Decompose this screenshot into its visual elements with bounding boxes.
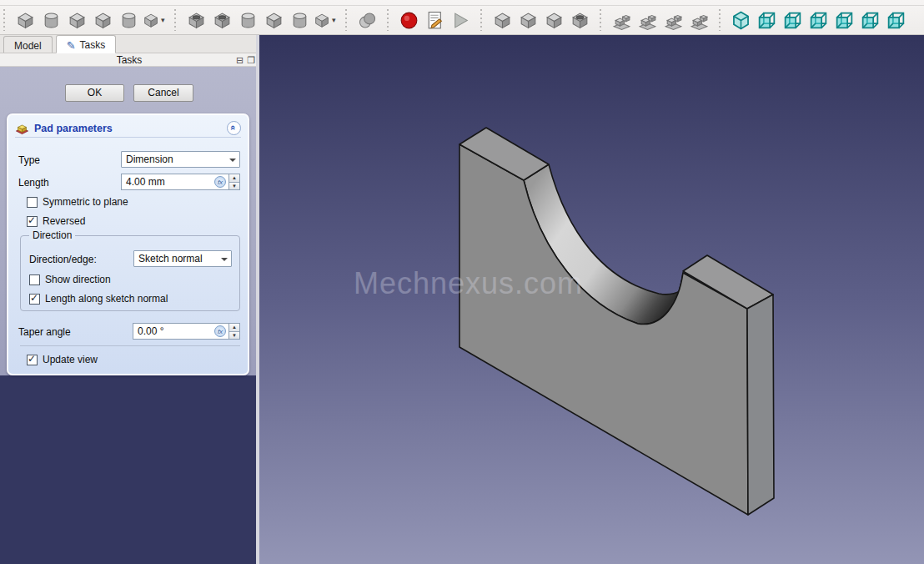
pocket-button[interactable]	[183, 8, 209, 33]
chamfer-icon	[518, 10, 539, 31]
subtractive-pipe-icon	[264, 10, 284, 31]
view-right-icon	[808, 10, 829, 31]
boolean-common-button[interactable]	[660, 8, 686, 33]
toolbar-separator	[598, 9, 604, 31]
boolean-operation-button[interactable]	[354, 8, 380, 33]
dock-icon[interactable]: ⊟	[236, 55, 244, 66]
view-top-button[interactable]	[780, 8, 806, 33]
boolean-union-button[interactable]	[609, 8, 635, 33]
checkbox-box[interactable]	[27, 216, 38, 227]
boolean-common-icon	[663, 10, 684, 31]
view-right-button[interactable]	[806, 8, 831, 33]
additive-pipe-button[interactable]	[90, 8, 116, 33]
panel-tabbar: Model ✎ Tasks	[0, 35, 259, 53]
tab-tasks[interactable]: ✎ Tasks	[56, 35, 117, 53]
taper-angle-spinbox[interactable]: 0.00 ° fx ▲▼	[133, 323, 240, 340]
view-bottom-button[interactable]	[857, 8, 883, 33]
length-spin-buttons[interactable]: ▲▼	[228, 174, 240, 190]
checkbox-box[interactable]	[27, 355, 38, 365]
taper-spin-buttons[interactable]: ▲▼	[228, 323, 240, 340]
chevron-down-icon: ▾	[332, 16, 339, 24]
additive-primitives-button[interactable]: ▾	[142, 8, 168, 33]
subtractive-helix-button[interactable]	[287, 8, 313, 33]
additive-pipe-icon	[93, 10, 113, 31]
direction-edge-combobox[interactable]: Sketch normal	[133, 250, 232, 267]
part-right-face[interactable]	[747, 295, 774, 515]
thickness-icon	[570, 10, 590, 31]
length-along-checkbox[interactable]: Length along sketch normal	[29, 293, 168, 305]
boolean-cut-button[interactable]	[635, 8, 660, 33]
view-rear-icon	[834, 10, 855, 31]
subtractive-helix-icon	[289, 10, 310, 31]
separator	[20, 345, 240, 346]
spin-down-icon[interactable]: ▼	[229, 332, 239, 340]
cancel-button[interactable]: Cancel	[133, 84, 193, 102]
tasks-panel-header: Tasks ⊟ ❐	[0, 53, 259, 67]
view-rear-button[interactable]	[831, 8, 857, 33]
tasks-panel-content: OK Cancel Pad parameters « Type Dimensio…	[0, 67, 259, 564]
spin-up-icon[interactable]: ▲	[229, 174, 239, 183]
revolution-button[interactable]	[38, 8, 64, 33]
thickness-button[interactable]	[567, 8, 593, 33]
hole-button[interactable]	[209, 8, 235, 33]
toolbar-handle[interactable]	[2, 9, 8, 31]
checkbox-box[interactable]	[29, 274, 40, 285]
float-icon[interactable]: ❐	[247, 55, 255, 66]
3d-viewport[interactable]: Mechnexus.com	[259, 35, 924, 564]
view-axonometric-icon	[731, 10, 751, 31]
expression-icon[interactable]: fx	[214, 176, 226, 188]
additive-loft-button[interactable]	[64, 8, 90, 33]
chevron-down-icon	[229, 159, 236, 162]
update-view-checkbox[interactable]: Update view	[27, 354, 98, 365]
macro-execute-button[interactable]	[448, 8, 474, 33]
toolbar-group-subtractive: ▾	[180, 6, 342, 34]
show-direction-checkbox[interactable]: Show direction	[29, 274, 111, 285]
spin-up-icon[interactable]: ▲	[229, 324, 239, 332]
additive-helix-button[interactable]	[116, 8, 142, 33]
tab-model[interactable]: Model	[3, 36, 53, 53]
draft-button[interactable]	[541, 8, 567, 33]
macro-edit-button[interactable]	[422, 8, 448, 33]
view-axonometric-button[interactable]	[728, 8, 754, 33]
spin-down-icon[interactable]: ▼	[229, 183, 239, 190]
view-top-icon	[782, 10, 803, 31]
subtractive-primitives-button[interactable]: ▾	[313, 8, 339, 33]
toolbar-separator	[479, 9, 485, 31]
checkbox-box[interactable]	[29, 294, 40, 305]
tab-model-label: Model	[14, 40, 42, 52]
ok-button[interactable]: OK	[65, 84, 124, 102]
pad-icon	[15, 10, 36, 31]
length-spinbox[interactable]: 4.00 mm fx ▲▼	[121, 174, 240, 190]
groove-button[interactable]	[235, 8, 261, 33]
view-front-button[interactable]	[754, 8, 780, 33]
pad-button[interactable]	[13, 8, 38, 33]
checkbox-box[interactable]	[27, 197, 38, 208]
boolean-cut-icon	[637, 10, 658, 31]
subtractive-pipe-button[interactable]	[261, 8, 287, 33]
toolbar-group-macro	[393, 6, 477, 34]
pad-parameters-header[interactable]: Pad parameters «	[15, 119, 241, 138]
symmetric-label: Symmetric to plane	[43, 196, 128, 208]
chamfer-button[interactable]	[515, 8, 541, 33]
boolean-section-button[interactable]	[686, 8, 712, 33]
reversed-label: Reversed	[43, 215, 85, 227]
collapse-button[interactable]: «	[227, 121, 241, 135]
task-sidebar: Model ✎ Tasks Tasks ⊟ ❐ OK Cancel	[0, 35, 259, 564]
symmetric-checkbox[interactable]: Symmetric to plane	[27, 196, 128, 208]
view-bottom-icon	[860, 10, 881, 31]
view-left-button[interactable]	[883, 8, 909, 33]
fillet-button[interactable]	[490, 8, 515, 33]
3d-scene: Mechnexus.com	[259, 35, 924, 564]
expression-icon[interactable]: fx	[214, 325, 226, 337]
main-toolbar: ▾ ▾	[0, 0, 924, 35]
type-combobox[interactable]: Dimension	[121, 151, 240, 168]
toolbar-separator	[344, 9, 349, 31]
macro-record-button[interactable]	[396, 8, 422, 33]
boolean-section-icon	[689, 10, 710, 31]
freecad-window: ▾ ▾	[0, 0, 924, 564]
taper-angle-label: Taper angle	[18, 326, 71, 338]
groove-icon	[238, 10, 259, 31]
boolean-union-icon	[611, 10, 632, 31]
reversed-checkbox[interactable]: Reversed	[27, 215, 85, 227]
tasks-panel-title: Tasks	[117, 54, 143, 66]
